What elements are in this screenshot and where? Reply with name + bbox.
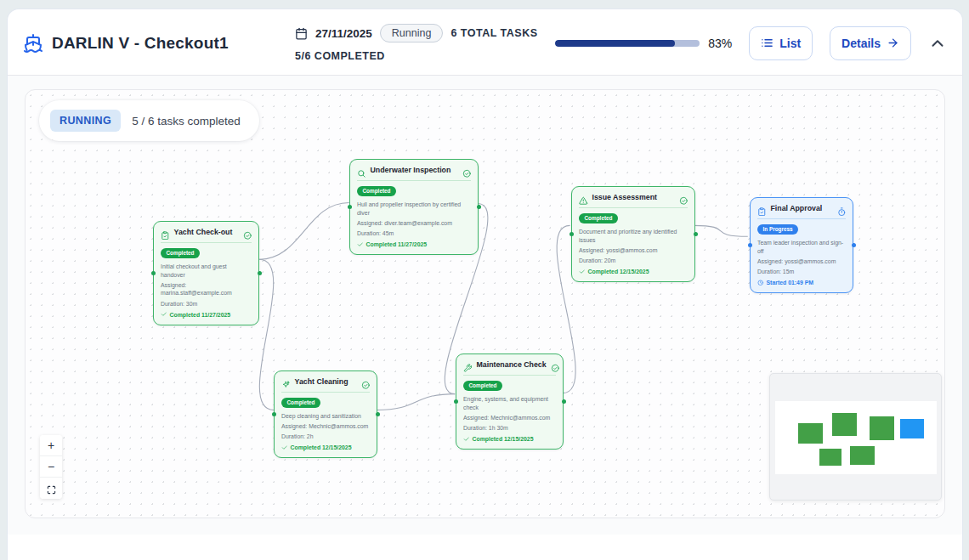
node-handle-left[interactable] [570,232,574,236]
alert-triangle-icon [579,193,588,202]
details-button-label: Details [842,37,881,50]
task-node-maintenance-check[interactable]: Maintenance CheckCompletedEngine, system… [456,354,564,450]
node-description: Engine, systems, and equipment check [463,395,556,411]
node-title: Yacht Check-out [174,228,239,236]
node-status-badge: In Progress [757,224,798,235]
node-footer: Started 01:49 PM [757,280,846,286]
node-handle-right[interactable] [258,271,262,275]
node-description: Hull and propeller inspection by certifi… [357,201,471,217]
node-title: Final Approval [771,204,833,212]
task-node-underwater-inspection[interactable]: Underwater InspectionCompletedHull and p… [349,159,479,255]
node-handle-right[interactable] [694,232,698,236]
node-assigned: Assigned: yossi@ammos.com [757,257,846,266]
wrench-icon [463,360,473,370]
minimap-node [832,413,857,436]
node-status-badge: Completed [281,398,320,408]
task-node-yacht-cleaning[interactable]: Yacht CleaningCompletedDeep cleaning and… [274,371,377,458]
check-icon [357,241,364,248]
progress-percent: 83% [708,37,732,50]
node-assigned: Assigned: yossi@ammos.com [579,246,688,255]
node-assigned: Assigned: Mechnic@ammos.com [281,422,370,431]
check-icon [281,444,288,451]
progress-bar [555,40,700,47]
node-duration: Duration: 2h [281,433,370,441]
title-group: DARLIN V - Checkout1 [23,33,278,54]
node-duration: Duration: 15m [757,268,846,276]
node-duration: Duration: 1h 30m [463,424,556,433]
fit-view-button[interactable] [40,478,62,499]
node-footer-text: Started 01:49 PM [767,280,814,286]
progress-bar-fill [555,40,676,47]
node-description: Document and prioritize any identified i… [579,228,688,244]
node-footer-text: Completed 12/15/2025 [588,269,649,274]
edge-yacht-cleaning-to-maintenance-check [377,394,456,410]
node-footer-text: Completed 12/15/2025 [473,436,534,442]
node-status-badge: Completed [579,213,618,223]
node-title: Underwater Inspection [371,166,458,174]
node-footer: Completed 12/15/2025 [463,436,556,443]
list-button[interactable]: List [749,26,813,60]
tasks-completed-text: 5 / 6 tasks completed [132,115,241,127]
node-description: Initial checkout and guest handover [161,263,252,279]
workflow-meta: 27/11/2025 Running 6 TOTAL TASKS 5/6 COM… [295,24,538,62]
task-node-yacht-check-out[interactable]: Yacht Check-outCompletedInitial checkout… [153,221,259,325]
fit-view-icon [47,484,56,493]
workflow-card: DARLIN V - Checkout1 27/11/2025 Running … [7,8,963,560]
check-circle-icon [679,193,688,202]
canvas-section: Yacht Check-outCompletedInitial checkout… [8,75,962,535]
list-button-label: List [779,37,801,50]
check-icon [463,436,470,443]
node-status-badge: Completed [161,248,200,258]
node-handle-right[interactable] [477,205,481,209]
check-icon [161,311,167,318]
check-icon [579,269,586,275]
node-title: Maintenance Check [477,360,547,369]
node-assigned: Assigned: Mechnic@ammos.com [463,414,556,422]
node-footer-text: Completed 12/15/2025 [291,444,352,450]
node-title: Yacht Cleaning [295,377,357,386]
calendar-icon [295,27,308,40]
workflow-canvas[interactable]: Yacht Check-outCompletedInitial checkout… [25,89,945,518]
node-footer: Completed 11/27/2025 [161,311,252,318]
node-description: Deep cleaning and sanitization [281,412,370,421]
task-node-final-approval[interactable]: Final ApprovalIn ProgressTeam leader ins… [750,197,853,293]
timer-icon [837,204,847,213]
node-footer-text: Completed 11/27/2025 [170,312,231,318]
check-circle-icon [243,228,252,237]
header: DARLIN V - Checkout1 27/11/2025 Running … [8,9,962,75]
details-button[interactable]: Details [830,26,911,60]
node-assigned: Assigned: marina.staff@example.com [161,281,252,297]
node-handle-right[interactable] [376,412,380,416]
node-handle-right[interactable] [562,399,566,404]
workflow-date: 27/11/2025 [315,27,372,40]
zoom-in-button[interactable]: + [40,435,62,456]
edge-yacht-check-out-to-underwater-inspection [259,202,349,259]
running-badge: RUNNING [50,110,121,132]
node-assigned: Assigned: diver.team@example.com [357,219,471,228]
total-tasks: 6 TOTAL TASKS [450,27,537,39]
list-icon [761,37,774,49]
node-duration: Duration: 45m [357,229,471,238]
minimap[interactable] [769,373,942,501]
node-handle-left[interactable] [151,271,156,275]
node-title: Issue Assessment [592,193,675,201]
status-pill: RUNNING 5 / 6 tasks completed [39,100,259,141]
node-footer: Completed 12/15/2025 [579,269,688,275]
zoom-out-button[interactable]: − [40,456,62,478]
node-handle-left[interactable] [272,412,276,416]
node-handle-right[interactable] [852,243,856,247]
node-handle-left[interactable] [454,399,458,404]
task-node-issue-assessment[interactable]: Issue AssessmentCompletedDocument and pr… [571,186,695,282]
page-title: DARLIN V - Checkout1 [52,34,229,53]
minimap-node [900,419,924,438]
check-circle-icon [361,377,371,387]
collapse-button[interactable] [928,34,947,53]
chevron-up-icon [928,34,947,53]
node-duration: Duration: 20m [579,257,688,265]
node-handle-left[interactable] [748,243,752,247]
node-footer: Completed 11/27/2025 [357,241,471,248]
arrow-right-icon [887,37,899,49]
status-badge: Running [380,24,444,42]
node-handle-left[interactable] [348,205,352,209]
edge-yacht-check-out-to-yacht-cleaning [259,259,274,410]
